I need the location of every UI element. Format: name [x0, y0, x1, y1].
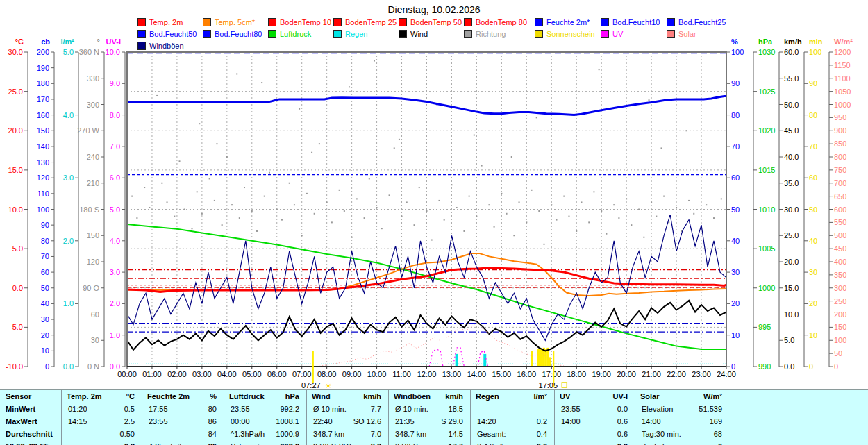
- svg-text:15.0: 15.0: [784, 284, 799, 292]
- svg-text:600: 600: [834, 205, 846, 214]
- axis-temp_c: 30.025.020.015.010.05.00.0-5.0-10.0°C: [6, 37, 28, 371]
- svg-text:120: 120: [37, 174, 49, 182]
- table-header-unit: %: [142, 392, 217, 401]
- svg-text:45.0: 45.0: [784, 126, 799, 135]
- svg-text:5.0: 5.0: [63, 48, 74, 56]
- table-header-unit: W/m²: [635, 392, 722, 401]
- svg-text:0: 0: [834, 362, 838, 371]
- svg-text:50: 50: [834, 349, 842, 358]
- weather-station-app: { "title": "Dienstag, 10.02.2026", "lege…: [0, 0, 868, 445]
- svg-text:3.0: 3.0: [110, 268, 120, 276]
- table-cell-value: 0.2: [470, 417, 547, 426]
- table-cell-value: S 29.0: [388, 417, 463, 426]
- svg-text:4.0: 4.0: [110, 237, 120, 245]
- svg-text:4.0: 4.0: [63, 111, 74, 119]
- svg-text:210: 210: [87, 179, 99, 187]
- table-row-label: MinWert: [6, 405, 35, 414]
- svg-text:9.0: 9.0: [110, 79, 120, 87]
- svg-text:min: min: [809, 37, 823, 46]
- table-cell-value: 0.0: [554, 405, 628, 414]
- table-row-label: Durchschnitt: [6, 430, 53, 439]
- svg-text:50: 50: [809, 205, 817, 214]
- svg-text:8.0: 8.0: [110, 111, 120, 119]
- svg-text:40.0: 40.0: [784, 153, 799, 161]
- sunrise-time: 07:27: [301, 381, 321, 389]
- svg-text:10: 10: [41, 346, 49, 355]
- svg-text:30.0: 30.0: [8, 48, 23, 56]
- table-cell-value: SO 12.6: [306, 417, 381, 426]
- table-cell-value: 18.5: [388, 405, 463, 414]
- svg-text:360 N: 360 N: [79, 48, 99, 56]
- svg-text:10:00: 10:00: [367, 370, 387, 378]
- svg-text:1005: 1005: [758, 244, 775, 253]
- svg-text:20:00: 20:00: [617, 370, 636, 378]
- table-cell-value: 7.7: [306, 405, 381, 414]
- svg-text:21:00: 21:00: [642, 370, 661, 378]
- svg-text:UV-I: UV-I: [106, 37, 121, 46]
- svg-text:20: 20: [809, 299, 817, 308]
- svg-text:16:00: 16:00: [517, 370, 537, 378]
- svg-text:900: 900: [834, 126, 846, 135]
- svg-text:110: 110: [37, 190, 49, 198]
- svg-text:cb: cb: [41, 37, 50, 46]
- svg-text:650: 650: [834, 192, 846, 201]
- svg-text:50: 50: [731, 205, 740, 214]
- table-row-label: 10.02. 23:55: [6, 442, 49, 445]
- svg-text:11:00: 11:00: [392, 370, 411, 378]
- svg-text:70: 70: [809, 142, 817, 151]
- svg-text:30: 30: [41, 315, 49, 324]
- chart-plot: 30.025.020.015.010.05.00.0-5.0-10.0°C200…: [0, 0, 868, 389]
- svg-text:400: 400: [834, 258, 846, 266]
- svg-text:100: 100: [809, 48, 821, 56]
- axis-cb: 2001901801701601501401301201101009080706…: [37, 37, 54, 371]
- svg-text:06:00: 06:00: [267, 370, 287, 378]
- svg-text:300: 300: [834, 284, 846, 292]
- table-cell-value: 0.0: [470, 442, 547, 445]
- svg-text:70: 70: [41, 252, 49, 260]
- axis-pct: 1009080706050403020100%: [726, 37, 744, 371]
- svg-text:0 N: 0 N: [87, 362, 99, 371]
- svg-text:990: 990: [758, 362, 771, 371]
- svg-text:100: 100: [731, 48, 744, 56]
- svg-text:50.0: 50.0: [784, 101, 799, 109]
- svg-text:20: 20: [731, 299, 740, 308]
- svg-text:00:00: 00:00: [117, 370, 137, 378]
- svg-text:40: 40: [809, 237, 817, 245]
- svg-text:W/m²: W/m²: [834, 37, 853, 46]
- table-cell-value: 14.5: [388, 430, 463, 439]
- svg-text:1050: 1050: [834, 87, 851, 96]
- svg-text:05:00: 05:00: [242, 370, 262, 378]
- svg-text:1.0: 1.0: [63, 299, 74, 308]
- svg-text:130: 130: [37, 158, 49, 167]
- svg-text:°C: °C: [15, 37, 24, 46]
- svg-text:30.0: 30.0: [784, 205, 799, 214]
- svg-text:23:00: 23:00: [692, 370, 711, 378]
- series-line-wind: [127, 301, 726, 351]
- svg-text:15.0: 15.0: [8, 166, 23, 174]
- svg-text:300: 300: [87, 101, 99, 109]
- svg-text:km/h: km/h: [784, 37, 802, 46]
- svg-text:1015: 1015: [758, 166, 775, 174]
- svg-text:1010: 1010: [758, 205, 775, 214]
- table-cell-value: 2.5: [61, 417, 135, 426]
- table-cell-value: 8.2: [306, 442, 381, 445]
- svg-text:60.0: 60.0: [784, 48, 799, 56]
- svg-text:950: 950: [834, 113, 846, 121]
- svg-text:750: 750: [834, 166, 846, 174]
- svg-text:1100: 1100: [834, 74, 851, 83]
- svg-text:07:00: 07:00: [292, 370, 312, 378]
- svg-text:1020: 1020: [758, 126, 775, 135]
- svg-text:30: 30: [91, 336, 99, 344]
- svg-text:03:00: 03:00: [192, 370, 212, 378]
- svg-text:60: 60: [809, 174, 817, 182]
- svg-text:50: 50: [41, 284, 49, 292]
- svg-text:10: 10: [809, 331, 817, 339]
- svg-text:20.0: 20.0: [8, 126, 23, 135]
- svg-text:170: 170: [37, 95, 49, 103]
- svg-text:30: 30: [731, 268, 740, 276]
- svg-text:190: 190: [37, 64, 49, 72]
- sunset-square-icon: [562, 383, 567, 387]
- svg-text:7.0: 7.0: [110, 142, 120, 151]
- svg-text:270 W: 270 W: [77, 126, 99, 135]
- svg-text:700: 700: [834, 179, 846, 187]
